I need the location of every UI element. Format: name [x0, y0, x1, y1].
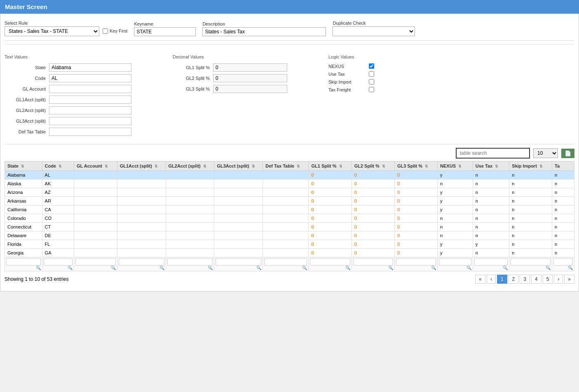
gl3acct-input[interactable]: [49, 117, 131, 125]
export-button[interactable]: 📄: [561, 149, 574, 158]
gl-account-input[interactable]: [49, 85, 131, 93]
table-row[interactable]: AlabamaAL000ynnn: [5, 171, 574, 180]
filter-usetax[interactable]: [474, 258, 508, 266]
def-tax-input[interactable]: [49, 128, 131, 136]
gl2acct-input[interactable]: [49, 106, 131, 114]
field-code: Code: [5, 74, 131, 82]
col-code[interactable]: Code ⇅: [42, 161, 74, 171]
filter-ta[interactable]: [553, 258, 573, 266]
filter-gl2acct[interactable]: [167, 258, 213, 266]
filter-gl3pct[interactable]: [396, 258, 436, 266]
state-input[interactable]: [49, 63, 131, 72]
table-row[interactable]: ArkansasAR000ynnn: [5, 197, 574, 205]
page-3-button[interactable]: 3: [520, 275, 530, 284]
sort-skipimport-icon: ⇅: [539, 164, 543, 168]
table-row[interactable]: GeorgiaGA000ynnn: [5, 249, 574, 257]
cell-gl3pct: 0: [394, 171, 437, 180]
duplicate-check-select[interactable]: [333, 26, 415, 36]
filter-gl2acct-icon: 🔍: [208, 266, 213, 270]
filter-code[interactable]: [44, 258, 73, 266]
nexus-checkbox[interactable]: [369, 63, 374, 69]
col-use-tax[interactable]: Use Tax ⇅: [473, 161, 509, 171]
cell-glAccount: [74, 214, 117, 223]
gl1split-input[interactable]: [213, 63, 287, 72]
keyname-input[interactable]: [134, 27, 196, 36]
tax-freight-checkbox[interactable]: [369, 87, 374, 92]
page-prev-button[interactable]: ‹: [487, 275, 496, 284]
col-state[interactable]: State ⇅: [5, 161, 42, 171]
col-ta[interactable]: Ta: [552, 161, 574, 171]
table-search-input[interactable]: [456, 148, 530, 159]
page-2-button[interactable]: 2: [509, 275, 519, 284]
cell-gl2split: [166, 214, 214, 223]
cell-useTax: n: [473, 231, 509, 240]
select-rule-label: Select Rule: [5, 21, 127, 26]
page-1-button[interactable]: 1: [497, 275, 507, 284]
skip-import-checkbox[interactable]: [369, 79, 374, 84]
cell-nexus: y: [438, 249, 473, 257]
cell-defTax: [263, 205, 309, 214]
page-size-select[interactable]: 10 25 50 100: [533, 148, 558, 158]
data-table: State ⇅ Code ⇅ GL Account ⇅ GL1Acct (spl…: [5, 161, 574, 271]
filter-gl3acct[interactable]: [216, 258, 261, 266]
filter-gl1pct[interactable]: [310, 258, 350, 266]
filter-gl2pct[interactable]: [353, 258, 393, 266]
page-first-button[interactable]: «: [475, 275, 485, 284]
page-next-button[interactable]: ›: [554, 275, 563, 284]
col-gl2-split-pct[interactable]: GL2 Split % ⇅: [352, 161, 394, 171]
col-nexus[interactable]: NEXUS ⇅: [438, 161, 473, 171]
col-gl3acct-split[interactable]: GL3Acct (split) ⇅: [214, 161, 263, 171]
duplicate-check-group: Duplicate Check: [333, 21, 415, 36]
cell-useTax: n: [473, 214, 509, 223]
cell-ta: n: [552, 188, 574, 197]
filter-deftax-icon: 🔍: [302, 266, 307, 270]
cell-ta: n: [552, 197, 574, 205]
decimal-values-title: Decimal Values: [173, 54, 287, 59]
cell-gl1pct: 0: [309, 214, 352, 223]
col-def-tax-table[interactable]: Def Tax Table ⇅: [263, 161, 309, 171]
sort-gl3pct-icon: ⇅: [425, 164, 428, 168]
select-rule-dropdown[interactable]: States - Sales Tax - STATE: [5, 26, 99, 36]
filter-gl-account[interactable]: [75, 258, 116, 266]
cell-code: FL: [42, 240, 74, 249]
table-row[interactable]: AlaskaAK000nnnn: [5, 180, 574, 188]
filter-gl1acct[interactable]: [119, 258, 164, 266]
key-first-checkbox[interactable]: [103, 28, 108, 34]
page-4-button[interactable]: 4: [531, 275, 541, 284]
filter-nexus[interactable]: [439, 258, 471, 266]
cell-gl1split: [117, 214, 166, 223]
def-tax-label: Def Tax Table: [5, 129, 46, 134]
col-gl1acct-split[interactable]: GL1Acct (split) ⇅: [117, 161, 166, 171]
col-skip-import[interactable]: Skip Import ⇅: [509, 161, 552, 171]
page-5-button[interactable]: 5: [543, 275, 553, 284]
use-tax-checkbox[interactable]: [369, 71, 374, 77]
table-row[interactable]: ColoradoCO000nnnn: [5, 214, 574, 223]
cell-code: AZ: [42, 188, 74, 197]
filter-state[interactable]: [6, 258, 41, 266]
filter-skipimport[interactable]: [511, 258, 551, 266]
col-gl2acct-split[interactable]: GL2Acct (split) ⇅: [166, 161, 214, 171]
select-rule-group: Select Rule States - Sales Tax - STATE K…: [5, 21, 127, 36]
cell-gl3split: [214, 171, 263, 180]
code-input[interactable]: [49, 74, 131, 82]
col-gl-account[interactable]: GL Account ⇅: [74, 161, 117, 171]
cell-ta: n: [552, 171, 574, 180]
gl1acct-input[interactable]: [49, 96, 131, 104]
gl3split-input[interactable]: [213, 85, 287, 93]
logic-values-title: Logic Values: [328, 54, 374, 59]
page-last-button[interactable]: »: [564, 275, 574, 284]
table-row[interactable]: CaliforniaCA000ynnn: [5, 205, 574, 214]
keyname-label: Keyname: [134, 21, 196, 26]
gl2split-input[interactable]: [213, 74, 287, 82]
description-input[interactable]: [202, 27, 326, 36]
col-gl3-split-pct[interactable]: GL3 Split % ⇅: [394, 161, 437, 171]
table-row[interactable]: DelawareDE000nnnn: [5, 231, 574, 240]
table-row[interactable]: ConnecticutCT000nnnn: [5, 223, 574, 231]
cell-skipImport: n: [509, 214, 552, 223]
table-row[interactable]: FloridaFL000yynn: [5, 240, 574, 249]
table-row[interactable]: ArizonaAZ000ynnn: [5, 188, 574, 197]
col-gl1-split-pct[interactable]: GL1 Split % ⇅: [309, 161, 352, 171]
cell-nexus: y: [438, 171, 473, 180]
cell-defTax: [263, 188, 309, 197]
filter-deftax[interactable]: [264, 258, 307, 266]
